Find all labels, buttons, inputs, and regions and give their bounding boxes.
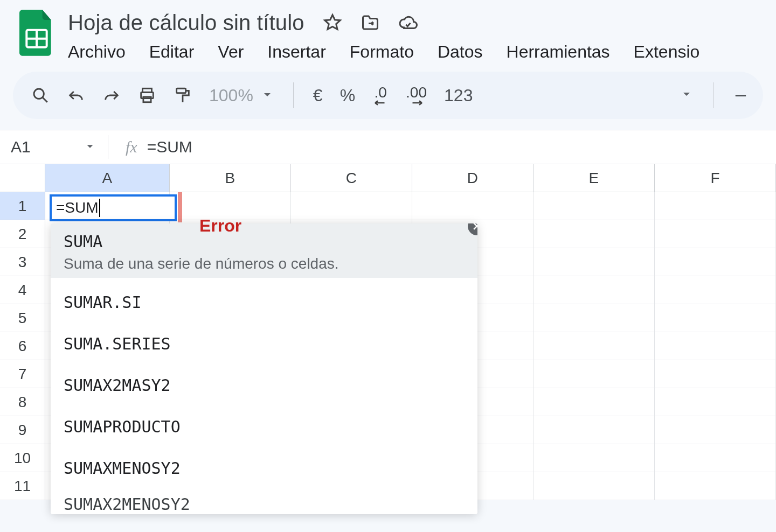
fx-icon[interactable]: fx xyxy=(126,138,137,156)
cell[interactable] xyxy=(534,444,655,472)
name-box[interactable]: A1 xyxy=(0,130,108,164)
currency-format-button[interactable]: € xyxy=(313,86,323,106)
menu-formato[interactable]: Formato xyxy=(350,42,414,62)
decrease-decimal-button[interactable]: .0 xyxy=(372,85,389,106)
cell[interactable] xyxy=(655,472,776,500)
autocomplete-item-name: SUMA.SERIES xyxy=(64,334,465,353)
cell[interactable] xyxy=(655,416,776,444)
svg-point-3 xyxy=(34,89,44,99)
row-header[interactable]: 1 xyxy=(0,192,45,220)
star-icon[interactable] xyxy=(323,13,342,32)
autocomplete-item[interactable]: SUMAX2MENOSY2 xyxy=(51,493,477,511)
formula-text: SUM xyxy=(65,199,98,216)
toolbar: 100% € % .0 .00 123 − xyxy=(13,72,763,119)
formula-autocomplete: SUMASuma de una serie de números o celda… xyxy=(51,223,477,514)
autocomplete-item[interactable]: SUMAX2MASY2 xyxy=(51,368,477,402)
column-header[interactable]: D xyxy=(412,164,534,192)
column-header[interactable]: C xyxy=(291,164,412,192)
active-cell-ref: A1 xyxy=(11,138,31,156)
search-icon[interactable] xyxy=(31,86,50,104)
select-all-corner[interactable] xyxy=(0,164,45,192)
cell[interactable] xyxy=(655,444,776,472)
cell[interactable] xyxy=(655,248,776,276)
cell[interactable] xyxy=(534,388,655,416)
formula-input[interactable]: =SUM xyxy=(147,138,192,156)
menu-ver[interactable]: Ver xyxy=(218,42,244,62)
cloud-status-icon[interactable] xyxy=(398,13,418,32)
sheets-app-icon[interactable] xyxy=(15,6,58,60)
row-header[interactable]: 4 xyxy=(0,276,45,304)
percent-format-button[interactable]: % xyxy=(340,86,355,106)
menu-herramientas[interactable]: Herramientas xyxy=(507,42,610,62)
cell[interactable] xyxy=(655,360,776,388)
cell[interactable] xyxy=(655,276,776,304)
svg-line-4 xyxy=(43,97,47,102)
autocomplete-item[interactable]: SUMA.SERIES xyxy=(51,327,477,361)
menu-extensiones[interactable]: Extensio xyxy=(634,42,700,62)
autocomplete-item-name: SUMAR.SI xyxy=(64,293,465,312)
increase-decimal-button[interactable]: .00 xyxy=(406,85,427,106)
row-header[interactable]: 5 xyxy=(0,304,45,332)
cell[interactable] xyxy=(655,388,776,416)
print-icon[interactable] xyxy=(138,86,156,104)
more-formats-caret-icon[interactable] xyxy=(680,88,693,103)
cell[interactable] xyxy=(412,192,534,220)
cell[interactable] xyxy=(534,416,655,444)
menu-editar[interactable]: Editar xyxy=(149,42,195,62)
cell-editor[interactable]: =SUM xyxy=(50,194,177,221)
toolbar-separator xyxy=(293,82,294,108)
caret-down-icon xyxy=(84,138,96,156)
row-header[interactable]: 8 xyxy=(0,388,45,416)
cell[interactable] xyxy=(655,192,776,220)
cell[interactable] xyxy=(534,220,655,248)
cell[interactable] xyxy=(291,192,412,220)
cell[interactable] xyxy=(534,360,655,388)
autocomplete-item-name: SUMAPRODUCTO xyxy=(64,417,465,436)
zoom-select[interactable]: 100% xyxy=(209,86,274,106)
column-header[interactable]: A xyxy=(45,164,170,192)
text-cursor xyxy=(99,199,100,217)
column-header[interactable]: E xyxy=(534,164,655,192)
column-header[interactable]: F xyxy=(655,164,776,192)
cell[interactable] xyxy=(655,220,776,248)
row-header[interactable]: 7 xyxy=(0,360,45,388)
cell[interactable] xyxy=(534,248,655,276)
error-indicator xyxy=(178,192,182,222)
error-label: Error xyxy=(199,216,241,236)
formula-prefix: = xyxy=(56,199,65,216)
cell[interactable] xyxy=(655,332,776,360)
autocomplete-item[interactable]: SUMASuma de una serie de números o celda… xyxy=(51,223,477,278)
row-header[interactable]: 6 xyxy=(0,332,45,360)
svg-rect-8 xyxy=(177,88,186,93)
row-header[interactable]: 9 xyxy=(0,416,45,444)
autocomplete-item[interactable]: SUMAR.SI xyxy=(51,285,477,319)
paint-format-icon[interactable] xyxy=(174,86,192,104)
autocomplete-item-name: SUMAXMENOSY2 xyxy=(64,459,465,478)
column-header[interactable]: B xyxy=(170,164,291,192)
cell[interactable] xyxy=(534,192,655,220)
menu-bar: Archivo Editar Ver Insertar Formato Dato… xyxy=(68,42,699,62)
move-to-folder-icon[interactable] xyxy=(361,13,380,32)
cell[interactable] xyxy=(534,332,655,360)
cell[interactable] xyxy=(534,472,655,500)
row-header[interactable]: 2 xyxy=(0,220,45,248)
separator xyxy=(108,135,108,159)
undo-icon[interactable] xyxy=(67,86,85,104)
autocomplete-item[interactable]: SUMAPRODUCTO xyxy=(51,410,477,444)
row-header[interactable]: 3 xyxy=(0,248,45,276)
cell[interactable] xyxy=(655,304,776,332)
formula-bar: A1 fx =SUM xyxy=(0,130,776,164)
row-header[interactable]: 11 xyxy=(0,472,45,500)
cell[interactable] xyxy=(534,276,655,304)
autocomplete-item[interactable]: SUMAXMENOSY2 xyxy=(51,451,477,485)
document-title[interactable]: Hoja de cálculo sin título xyxy=(68,11,304,35)
number-format-button[interactable]: 123 xyxy=(444,86,473,106)
spreadsheet-grid[interactable]: ABCDEF 1234567891011 =SUM Error SUMASuma… xyxy=(0,164,776,500)
menu-archivo[interactable]: Archivo xyxy=(68,42,126,62)
menu-datos[interactable]: Datos xyxy=(438,42,483,62)
row-header[interactable]: 10 xyxy=(0,444,45,472)
autocomplete-item-name: SUMA xyxy=(64,232,465,251)
redo-icon[interactable] xyxy=(102,86,121,104)
cell[interactable] xyxy=(534,304,655,332)
menu-insertar[interactable]: Insertar xyxy=(267,42,325,62)
